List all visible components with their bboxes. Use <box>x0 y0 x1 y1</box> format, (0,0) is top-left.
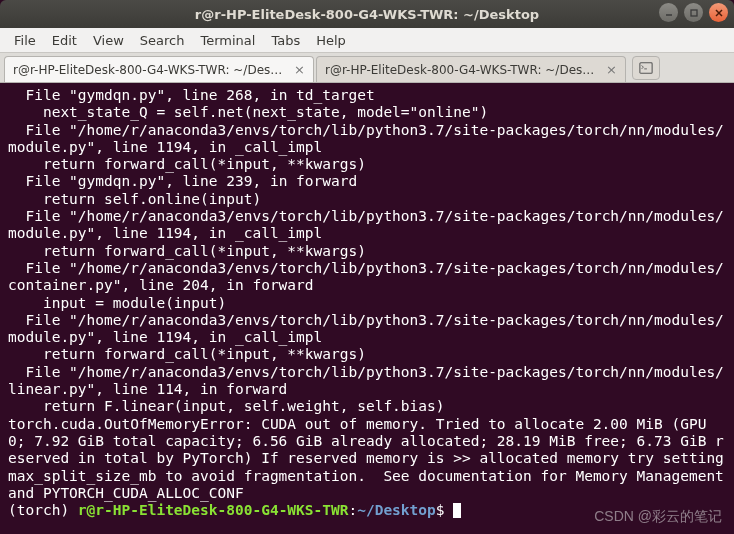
cursor <box>453 503 461 518</box>
tab-inactive[interactable]: r@r-HP-EliteDesk-800-G4-WKS-TWR: ~/Des… … <box>316 56 626 82</box>
menu-terminal[interactable]: Terminal <box>192 30 263 51</box>
new-tab-button[interactable] <box>632 56 660 80</box>
menu-edit[interactable]: Edit <box>44 30 85 51</box>
menu-file[interactable]: File <box>6 30 44 51</box>
window-controls <box>659 3 728 22</box>
menu-search[interactable]: Search <box>132 30 193 51</box>
prompt-userhost: r@r-HP-EliteDesk-800-G4-WKS-TWR <box>78 502 349 518</box>
close-button[interactable] <box>709 3 728 22</box>
tabbar: r@r-HP-EliteDesk-800-G4-WKS-TWR: ~/Des… … <box>0 53 734 83</box>
window-title: r@r-HP-EliteDesk-800-G4-WKS-TWR: ~/Deskt… <box>195 7 539 22</box>
prompt-colon: : <box>348 502 357 518</box>
tab-close-icon[interactable]: × <box>294 62 305 77</box>
tab-active[interactable]: r@r-HP-EliteDesk-800-G4-WKS-TWR: ~/Des… … <box>4 56 314 82</box>
terminal-output-area[interactable]: File "gymdqn.py", line 268, in td_target… <box>0 83 734 534</box>
terminal-output: File "gymdqn.py", line 268, in td_target… <box>8 87 733 501</box>
svg-rect-4 <box>640 63 652 74</box>
menu-tabs[interactable]: Tabs <box>263 30 308 51</box>
prompt-env: (torch) <box>8 502 78 518</box>
titlebar[interactable]: r@r-HP-EliteDesk-800-G4-WKS-TWR: ~/Deskt… <box>0 0 734 28</box>
tab-label: r@r-HP-EliteDesk-800-G4-WKS-TWR: ~/Des… <box>13 63 288 77</box>
minimize-button[interactable] <box>659 3 678 22</box>
tab-close-icon[interactable]: × <box>606 62 617 77</box>
svg-rect-1 <box>691 10 697 16</box>
menubar: File Edit View Search Terminal Tabs Help <box>0 28 734 53</box>
terminal-icon <box>639 61 653 75</box>
menu-help[interactable]: Help <box>308 30 354 51</box>
prompt-path: ~/Desktop <box>357 502 436 518</box>
prompt-dollar: $ <box>436 502 453 518</box>
maximize-button[interactable] <box>684 3 703 22</box>
menu-view[interactable]: View <box>85 30 132 51</box>
tab-label: r@r-HP-EliteDesk-800-G4-WKS-TWR: ~/Des… <box>325 63 600 77</box>
